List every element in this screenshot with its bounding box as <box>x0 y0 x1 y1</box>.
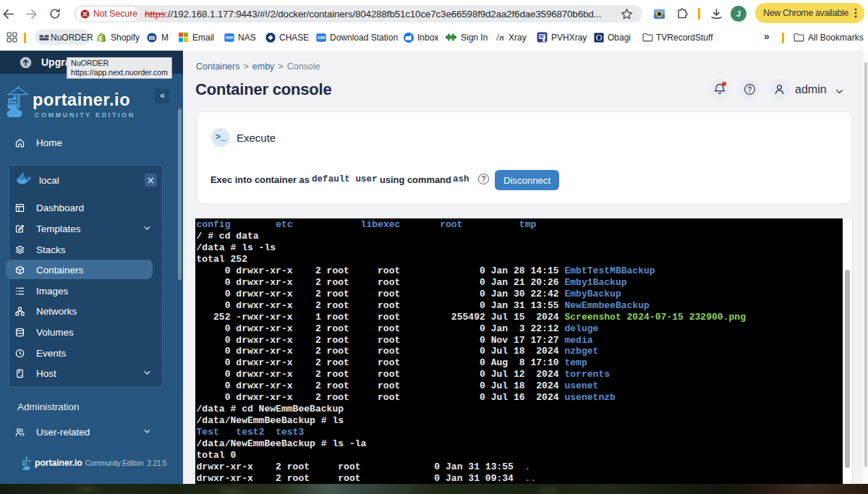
svg-text:DSM: DSM <box>318 36 325 40</box>
svg-text:m: m <box>149 33 156 41</box>
svg-text:DSM: DSM <box>226 36 233 40</box>
svg-text:n: n <box>500 34 504 42</box>
svg-text:O: O <box>596 33 603 43</box>
